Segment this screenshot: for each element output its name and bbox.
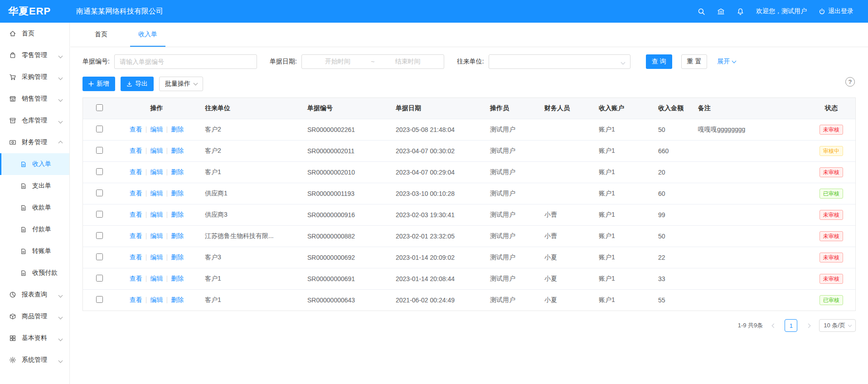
table-row: 查看|编辑|删除 客户1 SR00000000691 2023-01-14 20… xyxy=(83,268,855,289)
delete-link[interactable]: 删除 xyxy=(171,147,184,154)
export-button[interactable]: 导出 xyxy=(121,77,154,91)
row-checkbox[interactable] xyxy=(96,296,103,303)
export-label: 导出 xyxy=(135,80,148,88)
sidebar-item-receipt-bill[interactable]: 收款单 xyxy=(0,197,69,219)
edit-link[interactable]: 编辑 xyxy=(150,147,163,154)
view-link[interactable]: 查看 xyxy=(130,296,142,303)
document-icon xyxy=(20,204,27,211)
platform-icon[interactable] xyxy=(717,8,725,15)
row-checkbox[interactable] xyxy=(96,253,103,260)
document-icon xyxy=(20,161,27,168)
expand-toggle[interactable]: 展开 xyxy=(717,58,736,66)
view-link[interactable]: 查看 xyxy=(130,253,142,261)
filter-bill-number: 单据编号: xyxy=(82,54,257,69)
page-size-select[interactable]: 10 条/页 xyxy=(819,319,856,332)
edit-link[interactable]: 编辑 xyxy=(150,190,163,197)
delete-link[interactable]: 删除 xyxy=(171,275,184,282)
finance-person-cell xyxy=(537,119,592,140)
row-checkbox[interactable] xyxy=(96,211,103,218)
delete-link[interactable]: 删除 xyxy=(171,211,184,218)
bill-date-cell: 2023-03-10 00:10:28 xyxy=(388,183,483,204)
delete-link[interactable]: 删除 xyxy=(171,126,184,133)
operator-cell: 测试用户 xyxy=(483,289,537,311)
sidebar-item-income-bill[interactable]: 收入单 xyxy=(0,153,69,175)
sidebar-item-purchase[interactable]: 采购管理 xyxy=(0,66,69,88)
tab-income[interactable]: 收入单 xyxy=(130,23,165,47)
select-all-checkbox[interactable] xyxy=(96,104,103,111)
edit-link[interactable]: 编辑 xyxy=(150,211,163,218)
tab-home[interactable]: 首页 xyxy=(87,23,116,47)
edit-link[interactable]: 编辑 xyxy=(150,168,163,175)
sidebar-item-payment-bill[interactable]: 付款单 xyxy=(0,219,69,240)
sidebar-item-basic[interactable]: 基本资料 xyxy=(0,327,69,349)
operator-cell: 测试用户 xyxy=(483,140,537,161)
view-link[interactable]: 查看 xyxy=(130,126,142,133)
search-icon[interactable] xyxy=(698,8,705,15)
reset-button[interactable]: 重 置 xyxy=(681,54,708,69)
delete-link[interactable]: 删除 xyxy=(171,253,184,261)
link-separator: | xyxy=(145,232,147,239)
add-button[interactable]: 新增 xyxy=(82,77,115,91)
view-link[interactable]: 查看 xyxy=(130,211,142,218)
sidebar-item-system[interactable]: 系统管理 xyxy=(0,349,69,371)
app-logo: 华夏ERP xyxy=(0,5,70,18)
sidebar-item-goods[interactable]: 商品管理 xyxy=(0,306,69,327)
download-icon xyxy=(126,81,132,87)
sidebar-item-retail[interactable]: 零售管理 xyxy=(0,44,69,66)
link-separator: | xyxy=(145,168,147,175)
delete-link[interactable]: 删除 xyxy=(171,168,184,175)
sidebar-item-home[interactable]: 首页 xyxy=(0,23,69,44)
edit-link[interactable]: 编辑 xyxy=(150,275,163,282)
view-link[interactable]: 查看 xyxy=(130,232,142,239)
row-checkbox[interactable] xyxy=(96,168,103,175)
sidebar-item-finance[interactable]: 财务管理 xyxy=(0,131,69,153)
row-checkbox[interactable] xyxy=(96,232,103,239)
sidebar-item-expense-bill[interactable]: 支出单 xyxy=(0,175,69,197)
account-cell: 账户1 xyxy=(592,161,651,183)
next-page-button[interactable] xyxy=(802,319,815,332)
sidebar-item-prepaid-bill[interactable]: 收预付款 xyxy=(0,262,69,284)
edit-link[interactable]: 编辑 xyxy=(150,296,163,303)
sidebar-item-sales[interactable]: 销售管理 xyxy=(0,88,69,110)
row-checkbox[interactable] xyxy=(96,275,103,282)
column-header-ops: 操作 xyxy=(116,98,198,119)
edit-link[interactable]: 编辑 xyxy=(150,253,163,261)
view-link[interactable]: 查看 xyxy=(130,275,142,282)
pagination-total: 1-9 共9条 xyxy=(738,321,763,330)
view-link[interactable]: 查看 xyxy=(130,168,142,175)
bill-number-input[interactable] xyxy=(114,54,257,69)
filter-partner: 往来单位: xyxy=(457,54,630,69)
status-badge: 审核中 xyxy=(820,146,843,156)
row-checkbox[interactable] xyxy=(96,190,103,196)
edit-link[interactable]: 编辑 xyxy=(150,232,163,239)
link-separator: | xyxy=(166,168,168,175)
partner-select[interactable] xyxy=(489,54,630,69)
sidebar-item-report[interactable]: 报表查询 xyxy=(0,284,69,306)
operator-cell: 测试用户 xyxy=(483,161,537,183)
sidebar-item-warehouse[interactable]: 仓库管理 xyxy=(0,110,69,131)
view-link[interactable]: 查看 xyxy=(130,147,142,154)
delete-link[interactable]: 删除 xyxy=(171,190,184,197)
edit-link[interactable]: 编辑 xyxy=(150,126,163,133)
row-checkbox[interactable] xyxy=(96,147,103,154)
current-page-button[interactable]: 1 xyxy=(785,319,797,332)
sidebar-item-transfer-bill[interactable]: 转账单 xyxy=(0,240,69,262)
table-row: 查看|编辑|删除 江苏德鲁生物科技有限... SR00000000882 202… xyxy=(83,225,855,247)
delete-link[interactable]: 删除 xyxy=(171,296,184,303)
prev-page-button[interactable] xyxy=(767,319,780,332)
delete-link[interactable]: 删除 xyxy=(171,232,184,239)
account-cell: 账户1 xyxy=(592,268,651,289)
view-link[interactable]: 查看 xyxy=(130,190,142,197)
logout-button[interactable]: 退出登录 xyxy=(819,7,853,15)
bell-icon[interactable] xyxy=(737,8,744,15)
document-icon xyxy=(20,248,27,255)
help-icon[interactable]: ? xyxy=(845,77,855,87)
finance-person-cell: 小曹 xyxy=(537,225,592,247)
batch-actions-button[interactable]: 批量操作 xyxy=(159,77,203,91)
welcome-text[interactable]: 欢迎您，测试用户 xyxy=(756,7,807,15)
row-checkbox[interactable] xyxy=(96,126,103,132)
chevron-down-icon xyxy=(732,59,737,63)
search-button[interactable]: 查 询 xyxy=(646,54,672,69)
account-cell: 账户1 xyxy=(592,183,651,204)
date-range-picker[interactable]: 开始时间 ~ 结束时间 xyxy=(301,54,444,69)
